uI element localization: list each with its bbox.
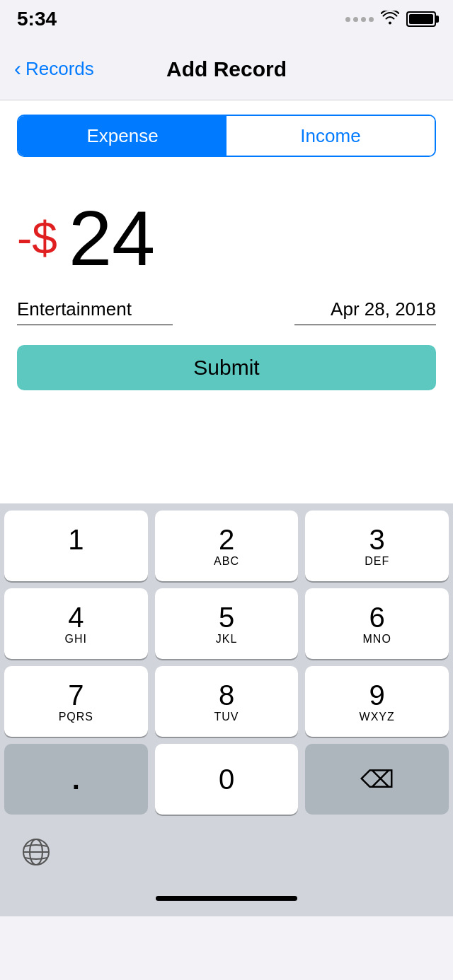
amount-display: -$ 24 xyxy=(0,171,453,291)
status-icons xyxy=(345,11,436,28)
field-row: Entertainment Apr 28, 2018 xyxy=(0,291,453,331)
key-dot[interactable]: . xyxy=(4,744,148,815)
key-4[interactable]: 4 GHI xyxy=(4,588,148,659)
key-5[interactable]: 5 JKL xyxy=(155,588,299,659)
key-9[interactable]: 9 WXYZ xyxy=(305,666,449,737)
keyboard-row-1: 1 2 ABC 3 DEF xyxy=(4,511,449,581)
key-0[interactable]: 0 xyxy=(155,744,299,815)
keyboard-row-4: . 0 ⌫ xyxy=(4,744,449,815)
home-indicator xyxy=(0,885,453,916)
segment-wrap: Expense Income xyxy=(0,100,453,171)
status-bar: 5:34 xyxy=(0,0,453,38)
status-time: 5:34 xyxy=(17,8,57,30)
delete-icon: ⌫ xyxy=(360,765,394,793)
key-2[interactable]: 2 ABC xyxy=(155,511,299,581)
wifi-icon xyxy=(381,11,399,28)
globe-icon[interactable] xyxy=(18,834,54,870)
key-3[interactable]: 3 DEF xyxy=(305,511,449,581)
key-6[interactable]: 6 MNO xyxy=(305,588,449,659)
key-delete[interactable]: ⌫ xyxy=(305,744,449,815)
submit-button[interactable]: Submit xyxy=(17,345,436,390)
back-label: Records xyxy=(25,58,94,80)
amount-value: 24 xyxy=(69,199,155,277)
key-7[interactable]: 7 PQRS xyxy=(4,666,148,737)
battery-icon xyxy=(406,11,436,27)
signal-icon xyxy=(345,17,374,22)
nav-bar: ‹ Records Add Record xyxy=(0,38,453,100)
page-title: Add Record xyxy=(166,57,287,81)
category-label: Entertainment xyxy=(17,298,132,320)
expense-tab[interactable]: Expense xyxy=(18,116,226,156)
expense-label: Expense xyxy=(86,125,158,147)
chevron-left-icon: ‹ xyxy=(14,58,21,79)
key-8[interactable]: 8 TUV xyxy=(155,666,299,737)
submit-label: Submit xyxy=(193,356,259,380)
date-label: Apr 28, 2018 xyxy=(331,298,436,320)
keyboard: 1 2 ABC 3 DEF 4 GHI 5 JKL 6 MNO 7 PQRS xyxy=(0,503,453,885)
date-field[interactable]: Apr 28, 2018 xyxy=(294,298,436,325)
keyboard-row-2: 4 GHI 5 JKL 6 MNO xyxy=(4,588,449,659)
submit-wrap: Submit xyxy=(0,331,453,404)
keyboard-row-3: 7 PQRS 8 TUV 9 WXYZ xyxy=(4,666,449,737)
amount-currency: -$ xyxy=(17,216,57,261)
keyboard-bottom xyxy=(4,822,449,885)
key-1[interactable]: 1 xyxy=(4,511,148,581)
income-label: Income xyxy=(300,125,360,147)
income-tab[interactable]: Income xyxy=(226,116,435,156)
back-button[interactable]: ‹ Records xyxy=(14,58,94,80)
home-bar xyxy=(156,896,297,901)
category-field[interactable]: Entertainment xyxy=(17,298,173,325)
main-content: Expense Income -$ 24 Entertainment Apr 2… xyxy=(0,100,453,503)
segment-control: Expense Income xyxy=(17,115,436,157)
content-spacer xyxy=(0,404,453,503)
